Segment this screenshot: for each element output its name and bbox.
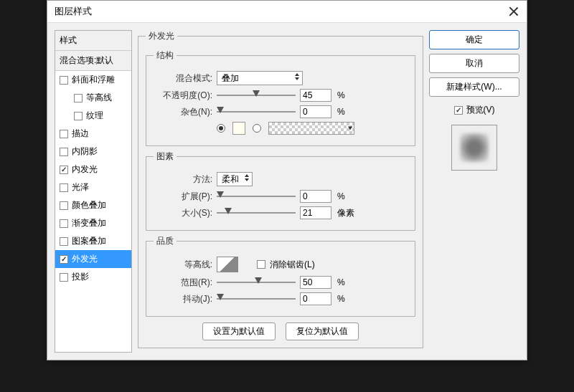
style-label: 内阴影: [72, 145, 98, 158]
range-input[interactable]: 50: [300, 276, 331, 289]
style-checkbox[interactable]: [60, 166, 68, 174]
jitter-input[interactable]: 0: [300, 292, 331, 305]
blend-mode-label: 混合模式:: [154, 72, 212, 85]
style-label: 渐变叠加: [72, 217, 106, 229]
jitter-label: 抖动(J):: [154, 293, 212, 305]
opacity-unit: %: [337, 90, 345, 100]
jitter-slider[interactable]: [217, 294, 296, 304]
style-checkbox[interactable]: [74, 112, 83, 120]
new-style-button[interactable]: 新建样式(W)...: [429, 77, 519, 97]
size-label: 大小(S):: [154, 207, 212, 219]
dialog-title: 图层样式: [55, 5, 508, 18]
spread-unit: %: [337, 191, 345, 201]
style-checkbox[interactable]: [60, 130, 68, 138]
preview-image: [460, 133, 489, 162]
style-item-3[interactable]: 描边: [55, 125, 131, 143]
range-unit: %: [337, 277, 345, 287]
opacity-input[interactable]: 45: [300, 89, 331, 102]
style-label: 描边: [72, 128, 89, 140]
style-checkbox[interactable]: [60, 76, 68, 85]
style-checkbox[interactable]: [60, 219, 68, 228]
method-select[interactable]: 柔和: [217, 172, 253, 186]
close-icon[interactable]: [508, 6, 519, 17]
noise-input[interactable]: 0: [300, 105, 331, 118]
size-input[interactable]: 21: [300, 206, 331, 219]
outer-glow-title: 外发光: [146, 30, 177, 42]
noise-label: 杂色(N):: [154, 106, 212, 118]
color-radio[interactable]: [217, 124, 225, 133]
titlebar: 图层样式: [47, 1, 527, 23]
cancel-button[interactable]: 取消: [429, 54, 519, 73]
style-item-6[interactable]: 光泽: [55, 178, 131, 196]
jitter-unit: %: [337, 294, 345, 304]
layer-style-dialog: 图层样式 样式 混合选项:默认 斜面和浮雕等高线纹理描边内阴影内发光光泽颜色叠加…: [47, 0, 527, 360]
gradient-radio[interactable]: [253, 124, 261, 133]
styles-header[interactable]: 样式: [55, 31, 131, 51]
style-checkbox[interactable]: [60, 273, 68, 282]
elements-group: 图素 方法: 柔和 扩展(P): 0 %: [146, 150, 415, 231]
quality-title: 品质: [154, 235, 177, 247]
style-checkbox[interactable]: [60, 183, 68, 192]
style-item-10[interactable]: 外发光: [55, 250, 131, 268]
style-item-7[interactable]: 颜色叠加: [55, 196, 131, 214]
gradient-picker[interactable]: [268, 122, 354, 135]
style-checkbox[interactable]: [60, 255, 68, 264]
ok-button[interactable]: 确定: [429, 30, 519, 49]
style-checkbox[interactable]: [60, 237, 68, 246]
reset-default-button[interactable]: 复位为默认值: [286, 322, 359, 340]
noise-unit: %: [337, 107, 345, 117]
blend-mode-select[interactable]: 叠加: [217, 71, 303, 85]
style-label: 外发光: [72, 253, 98, 265]
style-item-1[interactable]: 等高线: [55, 89, 131, 107]
style-item-2[interactable]: 纹理: [55, 107, 131, 125]
spread-slider[interactable]: [217, 191, 296, 201]
styles-list: 样式 混合选项:默认 斜面和浮雕等高线纹理描边内阴影内发光光泽颜色叠加渐变叠加图…: [55, 30, 132, 353]
spread-label: 扩展(P):: [154, 191, 212, 203]
opacity-label: 不透明度(O):: [154, 90, 212, 102]
range-label: 范围(R):: [154, 277, 212, 289]
style-label: 图案叠加: [72, 235, 106, 247]
style-label: 内发光: [72, 163, 98, 176]
style-checkbox[interactable]: [74, 94, 83, 102]
size-slider[interactable]: [217, 208, 296, 218]
style-item-0[interactable]: 斜面和浮雕: [55, 71, 131, 89]
noise-slider[interactable]: [217, 107, 296, 117]
outer-glow-group: 外发光 结构 混合模式: 叠加 不透明度(O): 45 %: [138, 30, 423, 348]
style-item-8[interactable]: 渐变叠加: [55, 214, 131, 232]
quality-group: 品质 等高线: 消除锯齿(L) 范围(R): 50 %: [146, 235, 415, 317]
dialog-body: 样式 混合选项:默认 斜面和浮雕等高线纹理描边内阴影内发光光泽颜色叠加渐变叠加图…: [47, 23, 527, 360]
preview-thumbnail: [451, 125, 497, 171]
style-label: 纹理: [86, 110, 103, 122]
style-checkbox[interactable]: [60, 201, 68, 210]
set-default-button[interactable]: 设置为默认值: [202, 322, 276, 340]
antialias-label: 消除锯齿(L): [270, 259, 315, 271]
preview-checkbox[interactable]: [454, 106, 463, 115]
main-panel: 外发光 结构 混合模式: 叠加 不透明度(O): 45 %: [138, 30, 423, 353]
spread-input[interactable]: 0: [300, 190, 331, 203]
method-label: 方法:: [154, 173, 212, 186]
preview-label: 预览(V): [466, 104, 495, 116]
structure-title: 结构: [154, 49, 177, 62]
contour-picker[interactable]: [217, 257, 238, 272]
opacity-slider[interactable]: [217, 90, 296, 100]
style-label: 颜色叠加: [72, 199, 106, 211]
style-label: 光泽: [72, 181, 89, 193]
style-item-4[interactable]: 内阴影: [55, 143, 131, 161]
contour-label: 等高线:: [154, 259, 212, 271]
right-buttons: 确定 取消 新建样式(W)... 预览(V): [429, 30, 519, 353]
antialias-checkbox[interactable]: [257, 260, 265, 269]
style-item-5[interactable]: 内发光: [55, 161, 131, 178]
structure-group: 结构 混合模式: 叠加 不透明度(O): 45 %: [146, 49, 415, 146]
style-item-9[interactable]: 图案叠加: [55, 232, 131, 250]
elements-title: 图素: [154, 150, 177, 163]
blend-options-default[interactable]: 混合选项:默认: [55, 51, 131, 71]
style-label: 投影: [72, 271, 89, 283]
style-item-11[interactable]: 投影: [55, 268, 131, 286]
range-slider[interactable]: [217, 277, 296, 287]
style-label: 斜面和浮雕: [72, 74, 115, 86]
size-unit: 像素: [337, 207, 354, 219]
style-checkbox[interactable]: [60, 148, 68, 156]
color-swatch[interactable]: [232, 122, 245, 135]
style-label: 等高线: [86, 92, 112, 104]
